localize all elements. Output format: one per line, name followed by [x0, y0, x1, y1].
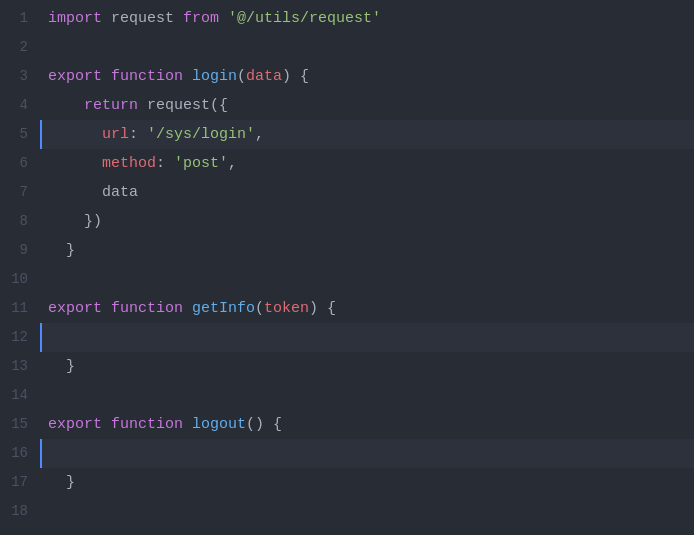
code-line: import request from '@/utils/request': [40, 4, 694, 33]
code-token: token: [264, 294, 309, 323]
code-line: [40, 381, 694, 410]
code-token: function: [111, 62, 192, 91]
code-line: [40, 323, 694, 352]
code-line: url: '/sys/login',: [40, 120, 694, 149]
code-line: export function getInfo(token) {: [40, 294, 694, 323]
code-token: {: [264, 410, 282, 439]
code-token: return: [84, 91, 147, 120]
active-line-border: [40, 323, 42, 352]
code-token: (): [246, 410, 264, 439]
code-line: }: [40, 468, 694, 497]
code-token: data: [246, 62, 282, 91]
code-token: }): [48, 207, 102, 236]
line-number: 9: [8, 236, 28, 265]
line-number: 16: [8, 439, 28, 468]
code-token: ): [309, 294, 318, 323]
code-token: url: [102, 120, 129, 149]
line-numbers: 123456789101112131415161718: [0, 0, 40, 535]
line-number: 12: [8, 323, 28, 352]
code-token: {: [291, 62, 309, 91]
line-number: 17: [8, 468, 28, 497]
line-number: 8: [8, 207, 28, 236]
line-number: 13: [8, 352, 28, 381]
code-line: [40, 33, 694, 62]
code-token: login: [192, 62, 237, 91]
code-line: }): [40, 207, 694, 236]
line-number: 4: [8, 91, 28, 120]
code-line: }: [40, 236, 694, 265]
code-line: export function login(data) {: [40, 62, 694, 91]
code-token: }: [48, 352, 75, 381]
line-number: 6: [8, 149, 28, 178]
code-token: from: [183, 4, 228, 33]
code-token: }: [48, 236, 75, 265]
code-token: [48, 178, 102, 207]
code-token: ,: [255, 120, 264, 149]
line-number: 5: [8, 120, 28, 149]
code-token: export: [48, 410, 111, 439]
code-line: [40, 439, 694, 468]
line-number: 14: [8, 381, 28, 410]
code-editor: 123456789101112131415161718 import reque…: [0, 0, 694, 535]
code-token: [48, 120, 102, 149]
code-token: [48, 149, 102, 178]
code-token: import: [48, 4, 111, 33]
line-number: 7: [8, 178, 28, 207]
code-token: export: [48, 294, 111, 323]
code-token: '/sys/login': [147, 120, 255, 149]
code-token: request: [111, 4, 183, 33]
code-token: {: [318, 294, 336, 323]
line-number: 2: [8, 33, 28, 62]
code-line: method: 'post',: [40, 149, 694, 178]
code-token: ): [282, 62, 291, 91]
code-token: logout: [192, 410, 246, 439]
code-token: function: [111, 294, 192, 323]
code-token: data: [102, 178, 138, 207]
active-line-border: [40, 439, 42, 468]
line-number: 11: [8, 294, 28, 323]
code-token: export: [48, 62, 111, 91]
code-token: '@/utils/request': [228, 4, 381, 33]
code-line: data: [40, 178, 694, 207]
code-token: [48, 91, 84, 120]
code-token: (: [255, 294, 264, 323]
code-token: ,: [228, 149, 237, 178]
code-line: return request({: [40, 91, 694, 120]
code-content[interactable]: import request from '@/utils/request'exp…: [40, 0, 694, 535]
line-number: 18: [8, 497, 28, 526]
code-line: export function logout() {: [40, 410, 694, 439]
code-token: function: [111, 410, 192, 439]
code-line: [40, 497, 694, 526]
line-number: 1: [8, 4, 28, 33]
code-token: :: [129, 120, 147, 149]
code-token: }: [48, 468, 75, 497]
code-token: method: [102, 149, 156, 178]
code-token: getInfo: [192, 294, 255, 323]
active-line-border: [40, 120, 42, 149]
code-line: }: [40, 352, 694, 381]
code-token: request({: [147, 91, 228, 120]
code-token: (: [237, 62, 246, 91]
line-number: 15: [8, 410, 28, 439]
code-line: [40, 265, 694, 294]
line-number: 10: [8, 265, 28, 294]
code-token: :: [156, 149, 174, 178]
line-number: 3: [8, 62, 28, 91]
code-token: 'post': [174, 149, 228, 178]
